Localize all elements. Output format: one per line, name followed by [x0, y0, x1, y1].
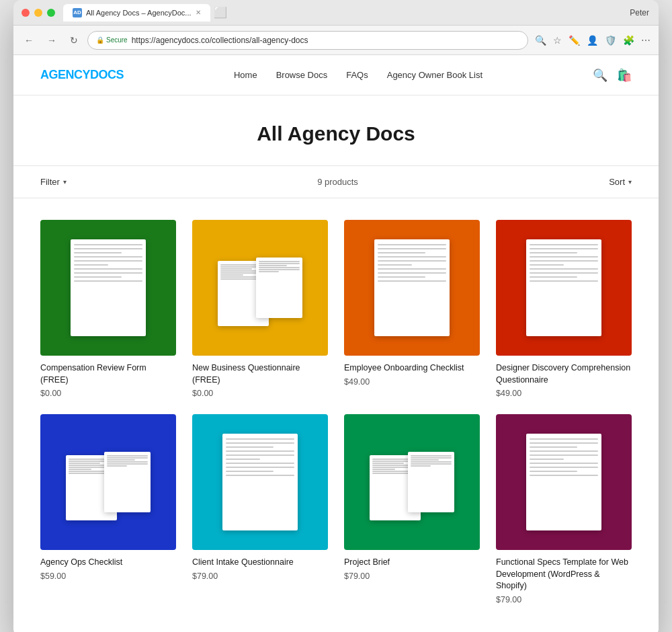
- product-thumbnail: [496, 414, 632, 550]
- close-button[interactable]: [22, 9, 30, 17]
- header-cart-icon[interactable]: 🛍️: [617, 68, 632, 83]
- products-grid: Compensation Review Form (FREE) $0.00 Ne…: [13, 198, 659, 632]
- product-price: $49.00: [344, 377, 480, 387]
- nav-browse[interactable]: Browse Docs: [276, 70, 328, 80]
- product-card[interactable]: New Business Questionnaire (FREE) $0.00: [192, 220, 328, 398]
- doc-page-2: [256, 258, 302, 317]
- doc-preview-double: [218, 258, 302, 317]
- reload-button[interactable]: ↻: [66, 32, 82, 48]
- product-thumbnail: [344, 414, 480, 550]
- product-price: $49.00: [496, 389, 632, 398]
- website-content: AGENCYDOCS Home Browse Docs FAQs Agency …: [13, 55, 659, 632]
- sort-chevron-icon: ▾: [628, 178, 632, 186]
- filter-bar: Filter ▾ 9 products Sort ▾: [13, 166, 659, 198]
- doc-preview: [526, 434, 601, 530]
- forward-button[interactable]: →: [43, 32, 60, 48]
- lock-icon: 🔒: [96, 36, 104, 44]
- product-price: $79.00: [192, 571, 328, 581]
- logo-accent: DOCS: [90, 68, 124, 81]
- product-thumbnail: [40, 220, 176, 356]
- product-card[interactable]: Functional Specs Template for Web Develo…: [496, 414, 632, 604]
- product-name: Employee Onboarding Checklist: [344, 362, 480, 374]
- product-price: $79.00: [344, 571, 480, 581]
- shield-icon[interactable]: 🛡️: [603, 34, 618, 47]
- traffic-lights: [22, 9, 55, 17]
- doc-page-2: [408, 452, 454, 512]
- url-bar[interactable]: 🔒 Secure https://agencydocs.co/collectio…: [87, 31, 528, 50]
- more-icon[interactable]: ⋯: [640, 34, 652, 47]
- sort-button[interactable]: Sort ▾: [609, 177, 632, 187]
- secure-label: Secure: [106, 36, 128, 44]
- doc-preview: [71, 239, 145, 336]
- new-tab-button[interactable]: ⬜: [213, 5, 228, 20]
- sort-label: Sort: [609, 177, 625, 187]
- puzzle-icon[interactable]: 🧩: [622, 34, 636, 47]
- product-card[interactable]: Client Intake Questionnaire $79.00: [192, 414, 328, 604]
- header-icons: 🔍 🛍️: [593, 68, 632, 83]
- tab-close-icon[interactable]: ✕: [196, 9, 201, 16]
- product-price: $79.00: [496, 595, 632, 604]
- product-name: New Business Questionnaire (FREE): [192, 362, 328, 386]
- site-logo[interactable]: AGENCYDOCS: [40, 68, 124, 82]
- product-card[interactable]: Employee Onboarding Checklist $49.00: [344, 220, 480, 398]
- nav-books[interactable]: Agency Owner Book List: [387, 70, 482, 80]
- product-name: Compensation Review Form (FREE): [40, 362, 176, 386]
- nav-home[interactable]: Home: [234, 70, 257, 80]
- profile-icon[interactable]: 👤: [585, 34, 599, 47]
- browser-window: AD All Agency Docs – AgencyDoc... ✕ ⬜ Pe…: [13, 0, 659, 632]
- filter-label: Filter: [40, 177, 60, 187]
- product-price: $0.00: [40, 389, 176, 398]
- product-card[interactable]: Agency Ops Checklist $59.00: [40, 414, 176, 604]
- product-name: Functional Specs Template for Web Develo…: [496, 557, 632, 592]
- product-name: Designer Discovery Comprehension Questio…: [496, 362, 632, 386]
- doc-preview-double: [66, 452, 150, 512]
- active-tab[interactable]: AD All Agency Docs – AgencyDoc... ✕: [63, 4, 210, 22]
- filter-chevron-icon: ▾: [63, 178, 67, 186]
- product-price: $0.00: [192, 389, 328, 398]
- tab-area: AD All Agency Docs – AgencyDoc... ✕ ⬜: [63, 4, 650, 22]
- page-title: All Agency Docs: [27, 122, 645, 145]
- product-thumbnail: [192, 220, 328, 356]
- back-button[interactable]: ←: [20, 32, 38, 48]
- site-header: AGENCYDOCS Home Browse Docs FAQs Agency …: [13, 55, 659, 95]
- url-text: https://agencydocs.co/collections/all-ag…: [132, 36, 308, 45]
- header-search-icon[interactable]: 🔍: [593, 68, 607, 83]
- address-icons: 🔍 ☆ ✏️ 👤 🛡️ 🧩 ⋯: [534, 34, 652, 47]
- title-bar: AD All Agency Docs – AgencyDoc... ✕ ⬜ Pe…: [13, 0, 659, 26]
- doc-preview: [526, 239, 601, 336]
- product-thumbnail: [40, 414, 176, 550]
- secure-badge: 🔒 Secure: [96, 36, 128, 44]
- doc-page-2: [104, 452, 151, 512]
- filter-button[interactable]: Filter ▾: [40, 177, 67, 187]
- product-price: $59.00: [40, 571, 176, 581]
- product-count: 9 products: [317, 177, 358, 187]
- tab-favicon: AD: [73, 8, 82, 17]
- product-thumbnail: [192, 414, 328, 550]
- fullscreen-button[interactable]: [47, 9, 55, 17]
- product-name: Agency Ops Checklist: [40, 557, 176, 569]
- pencil-icon[interactable]: ✏️: [567, 34, 581, 47]
- product-card[interactable]: Project Brief $79.00: [344, 414, 480, 604]
- product-thumbnail: [496, 220, 632, 356]
- minimize-button[interactable]: [34, 9, 42, 17]
- tab-label: All Agency Docs – AgencyDoc...: [86, 9, 192, 17]
- doc-preview: [222, 434, 297, 530]
- product-name: Project Brief: [344, 557, 480, 569]
- search-icon[interactable]: 🔍: [534, 34, 548, 47]
- doc-preview: [374, 239, 449, 336]
- bookmark-icon[interactable]: ☆: [552, 34, 563, 47]
- product-thumbnail: [344, 220, 480, 356]
- page-heading: All Agency Docs: [13, 95, 659, 166]
- product-name: Client Intake Questionnaire: [192, 557, 328, 569]
- product-card[interactable]: Designer Discovery Comprehension Questio…: [496, 220, 632, 398]
- logo-text1: AGENCY: [40, 68, 90, 81]
- nav-faqs[interactable]: FAQs: [346, 70, 368, 80]
- product-card[interactable]: Compensation Review Form (FREE) $0.00: [40, 220, 176, 398]
- address-bar: ← → ↻ 🔒 Secure https://agencydocs.co/col…: [13, 26, 659, 55]
- site-nav: Home Browse Docs FAQs Agency Owner Book …: [151, 70, 566, 80]
- user-name: Peter: [630, 8, 649, 17]
- doc-preview-double: [370, 452, 454, 512]
